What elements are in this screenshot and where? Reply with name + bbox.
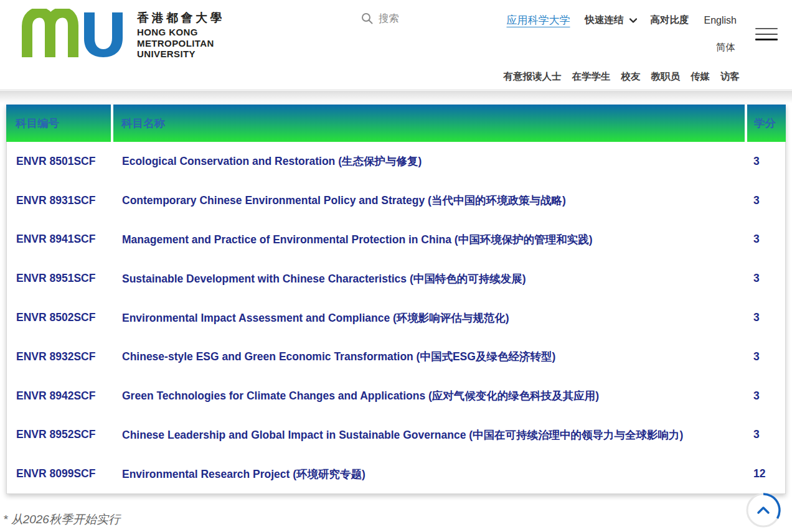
- site-header: 香港都會大學 HONG KONG METROPOLITAN UNIVERSITY…: [0, 0, 792, 90]
- university-name-english-line2: METROPOLITAN: [137, 38, 225, 49]
- course-title: Management and Practice of Environmental…: [114, 220, 744, 259]
- column-header-course-code: 科目编号: [6, 105, 111, 142]
- university-name-english-line1: HONG KONG: [137, 27, 225, 38]
- course-title: Green Technologies for Climate Changes a…: [114, 376, 744, 416]
- hkmu-mu-logo-icon: [22, 9, 125, 57]
- course-credits: 3: [747, 376, 785, 416]
- column-header-course-title: 科目名称: [113, 105, 745, 142]
- course-code: ENVR 8932SCF: [7, 337, 111, 376]
- course-credits: 3: [747, 337, 785, 376]
- table-body: ENVR 8501SCF Ecological Conservation and…: [6, 142, 786, 494]
- back-to-top-button[interactable]: [745, 492, 781, 528]
- table-row: ENVR 8952SCF Chinese Leadership and Glob…: [7, 416, 785, 455]
- table-row: ENVR 8932SCF Chinese-style ESG and Green…: [7, 337, 785, 376]
- nav-item-visitors[interactable]: 访客: [720, 70, 740, 83]
- chevron-down-icon: [629, 18, 637, 23]
- utility-nav: 应用科学大学 快速连结 高对比度 English: [507, 13, 737, 27]
- language-english-link[interactable]: English: [704, 15, 737, 26]
- course-code: ENVR 8952SCF: [7, 416, 111, 455]
- table-row: ENVR 8501SCF Ecological Conservation and…: [7, 142, 785, 181]
- column-header-credits: 学分: [747, 105, 786, 142]
- search-icon: [361, 12, 373, 24]
- university-name-english-line3: UNIVERSITY: [137, 49, 225, 60]
- course-title: Chinese-style ESG and Green Economic Tra…: [114, 337, 744, 376]
- language-simplified-link[interactable]: 简体: [716, 41, 735, 54]
- table-row: ENVR 8099SCF Environmental Research Proj…: [7, 454, 785, 493]
- course-title: Environmental Impact Assessment and Comp…: [114, 298, 744, 337]
- high-contrast-toggle[interactable]: 高对比度: [651, 14, 689, 27]
- table-header-row: 科目编号 科目名称 学分: [6, 105, 786, 142]
- table-row: ENVR 8502SCF Environmental Impact Assess…: [7, 298, 785, 337]
- university-name-chinese: 香港都會大學: [137, 11, 225, 25]
- search-input[interactable]: [379, 12, 472, 24]
- nav-item-current-students[interactable]: 在学学生: [572, 70, 611, 83]
- course-code: ENVR 8931SCF: [7, 181, 111, 220]
- nav-item-alumni[interactable]: 校友: [621, 70, 641, 83]
- course-title: Sustainable Development with Chinese Cha…: [114, 259, 744, 298]
- table-row: ENVR 8942SCF Green Technologies for Clim…: [7, 376, 785, 416]
- university-logo[interactable]: 香港都會大學 HONG KONG METROPOLITAN UNIVERSITY: [22, 9, 225, 60]
- course-credits: 12: [747, 454, 785, 493]
- audience-nav: 有意报读人士 在学学生 校友 教职员 传媒 访客: [504, 70, 740, 83]
- university-name: 香港都會大學 HONG KONG METROPOLITAN UNIVERSITY: [137, 9, 225, 60]
- nav-item-staff[interactable]: 教职员: [651, 70, 681, 83]
- header-drop-shadow: [0, 91, 792, 103]
- course-title: Environmental Research Project (环境研究专题): [114, 454, 744, 493]
- course-credits: 3: [747, 181, 785, 220]
- footnote: * 从2026秋季开始实行: [3, 511, 120, 528]
- course-table: 科目编号 科目名称 学分 ENVR 8501SCF Ecological Con…: [6, 105, 786, 494]
- course-code: ENVR 8951SCF: [7, 259, 111, 298]
- course-credits: 3: [747, 298, 785, 337]
- quick-links-dropdown[interactable]: 快速连结: [585, 14, 637, 27]
- course-title: Contemporary Chinese Environmental Polic…: [114, 181, 744, 220]
- school-of-applied-science-link[interactable]: 应用科学大学: [507, 13, 570, 27]
- course-code: ENVR 8502SCF: [7, 298, 111, 337]
- quick-links-label: 快速连结: [585, 14, 624, 27]
- course-code: ENVR 8942SCF: [7, 376, 111, 416]
- menu-hamburger-icon[interactable]: [755, 27, 778, 41]
- search-box[interactable]: [361, 12, 472, 24]
- course-code: ENVR 8941SCF: [7, 220, 111, 259]
- course-credits: 3: [747, 416, 785, 455]
- course-code: ENVR 8501SCF: [7, 142, 111, 181]
- table-row: ENVR 8931SCF Contemporary Chinese Enviro…: [7, 181, 785, 220]
- course-title: Ecological Conservation and Restoration …: [114, 142, 744, 181]
- course-title: Chinese Leadership and Global Impact in …: [114, 416, 744, 455]
- course-credits: 3: [747, 259, 785, 298]
- course-credits: 3: [747, 220, 785, 259]
- course-code: ENVR 8099SCF: [7, 454, 111, 493]
- table-row: ENVR 8951SCF Sustainable Development wit…: [7, 259, 785, 298]
- nav-item-media[interactable]: 传媒: [691, 70, 710, 83]
- course-credits: 3: [747, 142, 785, 181]
- table-row: ENVR 8941SCF Management and Practice of …: [7, 220, 785, 259]
- nav-item-prospective-students[interactable]: 有意报读人士: [504, 70, 562, 83]
